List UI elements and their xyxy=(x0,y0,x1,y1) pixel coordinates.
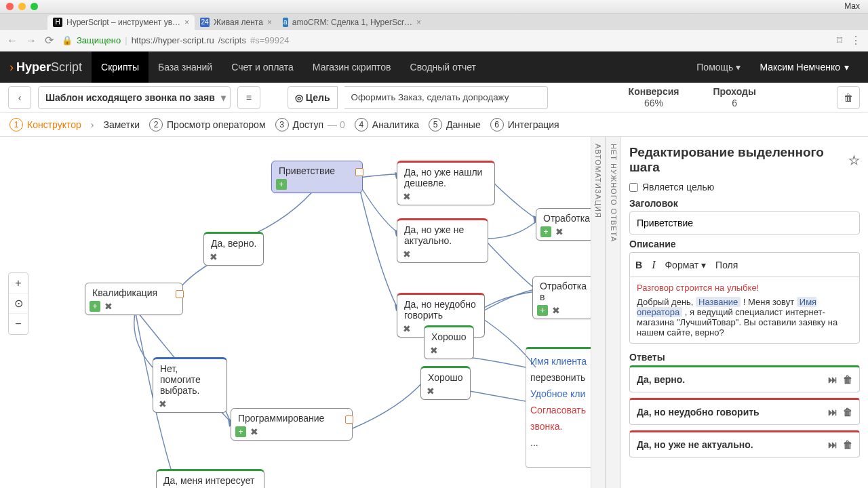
rte-toolbar: B I Формат ▾ Поля xyxy=(629,252,860,277)
step-integration[interactable]: 6Интеграция xyxy=(490,118,559,131)
flag-icon[interactable] xyxy=(345,415,353,424)
remove-icon[interactable]: ✖ xyxy=(208,251,219,262)
remove-icon[interactable]: ✖ xyxy=(429,345,439,356)
trash-icon[interactable]: 🗑 xyxy=(843,374,852,385)
node-qualification[interactable]: Квалификация + ✖ xyxy=(85,283,183,315)
favicon-icon: H xyxy=(53,18,62,27)
zoom-out-button[interactable]: − xyxy=(9,314,28,334)
sidebar-automation[interactable]: АВТОМАТИЗАЦИЯ xyxy=(591,137,606,488)
url-field[interactable]: 🔒 Защищено | https://hyper-script.ru/scr… xyxy=(62,35,829,45)
node-greeting[interactable]: Приветствие + xyxy=(271,161,363,193)
remove-icon[interactable]: ✖ xyxy=(249,426,260,437)
back-button[interactable]: ‹ xyxy=(8,86,31,109)
description-editor[interactable]: Разговор строится на улыбке! Добрый день… xyxy=(629,277,860,344)
remove-icon[interactable]: ✖ xyxy=(554,226,565,237)
node-not-actual[interactable]: Да, но уже не актуально. ✖ xyxy=(397,218,488,263)
window-zoom-icon[interactable] xyxy=(31,3,38,10)
browser-tab[interactable]: 24 Живая лента × xyxy=(195,15,277,30)
node-help-pick[interactable]: Нет, помогите выбрать. ✖ xyxy=(153,357,227,413)
flag-icon[interactable] xyxy=(355,168,363,176)
fields-select[interactable]: Поля xyxy=(715,260,738,270)
delete-button[interactable]: 🗑 xyxy=(837,86,860,109)
step-analytics[interactable]: 4Аналитика xyxy=(355,118,419,131)
flag-icon[interactable] xyxy=(176,290,184,298)
template-select[interactable]: Шаблон исходящего звонка по заяв xyxy=(38,86,231,109)
forward-button[interactable]: → xyxy=(26,35,37,47)
nav-help[interactable]: Помощь▾ xyxy=(687,52,750,83)
answer-item[interactable]: Да, но уже не актуально. ⏭🗑 xyxy=(629,430,860,458)
skip-end-icon[interactable]: ⏭ xyxy=(828,374,837,385)
add-icon[interactable]: + xyxy=(540,226,551,237)
workspace: Приветствие + Да, но уже нашли дешевле. … xyxy=(0,137,868,488)
goal-input[interactable] xyxy=(344,86,548,109)
key-icon[interactable]: ⌑ xyxy=(837,34,842,47)
panel-title: Редактирование выделенного шага ☆ xyxy=(629,145,860,175)
reload-button[interactable]: ⟳ xyxy=(45,34,54,47)
skip-end-icon[interactable]: ⏭ xyxy=(828,439,837,450)
remove-icon[interactable]: ✖ xyxy=(401,191,412,202)
remove-icon[interactable]: ✖ xyxy=(401,323,412,334)
node-peek[interactable]: Имя клиента перезвонить Удобное кли Согл… xyxy=(526,347,591,468)
window-close-icon[interactable] xyxy=(6,3,14,10)
italic-button[interactable]: I xyxy=(652,259,655,271)
window-minimize-icon[interactable] xyxy=(18,3,26,10)
node-otrabotka[interactable]: Отработка + ✖ xyxy=(536,208,591,241)
node-good-1[interactable]: Хорошо ✖ xyxy=(424,325,474,359)
bold-button[interactable]: B xyxy=(635,260,642,270)
trash-icon[interactable]: 🗑 xyxy=(843,407,852,418)
step-access[interactable]: 3Доступ— 0 xyxy=(275,118,345,131)
node-cheaper[interactable]: Да, но уже нашли дешевле. ✖ xyxy=(397,161,495,205)
goal-button[interactable]: ◎ Цель xyxy=(288,86,338,109)
flow-canvas[interactable]: Приветствие + Да, но уже нашли дешевле. … xyxy=(0,137,591,488)
browser-tab[interactable]: a amoCRM: Сделка 1, HyperScr… × xyxy=(277,15,427,30)
remove-icon[interactable]: ✖ xyxy=(157,399,168,409)
node-interested[interactable]: Да, меня интересует xyxy=(156,469,264,488)
add-icon[interactable]: + xyxy=(537,305,548,316)
step-data[interactable]: 5Данные xyxy=(429,118,481,131)
back-button[interactable]: ← xyxy=(7,35,18,47)
hamburger-button[interactable]: ≡ xyxy=(237,86,260,109)
answer-item[interactable]: Да, верно. ⏭🗑 xyxy=(629,365,860,392)
close-icon[interactable]: × xyxy=(184,18,189,27)
remove-icon[interactable]: ✖ xyxy=(551,305,561,316)
add-icon[interactable]: + xyxy=(276,179,287,190)
skip-end-icon[interactable]: ⏭ xyxy=(828,407,837,418)
nav-billing[interactable]: Счет и оплата xyxy=(222,52,303,83)
star-icon[interactable]: ☆ xyxy=(848,152,860,168)
remove-icon[interactable]: ✖ xyxy=(103,301,114,312)
node-otrabotka-2[interactable]: Отработка в + ✖ xyxy=(532,276,591,319)
answer-item[interactable]: Да, но неудобно говорить ⏭🗑 xyxy=(629,398,860,425)
close-icon[interactable]: × xyxy=(416,18,421,27)
browser-tab[interactable]: H HyperScript – инструмент ув… × xyxy=(47,15,195,30)
nav-store[interactable]: Магазин скриптов xyxy=(303,52,401,83)
nav-scripts[interactable]: Скрипты xyxy=(92,52,149,83)
node-programming[interactable]: Программирование + ✖ xyxy=(231,408,353,441)
zoom-reset-button[interactable]: ⊙ xyxy=(9,293,28,314)
step-preview[interactable]: 2Просмотр оператором xyxy=(149,118,265,131)
app-header: ›HyperScript Скрипты База знаний Счет и … xyxy=(0,52,868,83)
tab-title: amoCRM: Сделка 1, HyperScr… xyxy=(292,18,412,27)
add-icon[interactable]: + xyxy=(90,301,100,312)
step-constructor[interactable]: 1Конструктор xyxy=(9,118,81,131)
trash-icon[interactable]: 🗑 xyxy=(843,439,852,450)
menu-icon[interactable]: ⋮ xyxy=(850,34,861,47)
zoom-in-button[interactable]: + xyxy=(9,273,28,293)
app-logo[interactable]: ›HyperScript xyxy=(9,60,82,75)
remove-icon[interactable]: ✖ xyxy=(425,386,436,396)
is-goal-checkbox[interactable] xyxy=(629,183,638,192)
format-select[interactable]: Формат ▾ xyxy=(665,260,706,270)
step-notes[interactable]: Заметки xyxy=(104,119,140,130)
zoom-controls: + ⊙ − xyxy=(8,272,28,335)
nav-report[interactable]: Сводный отчет xyxy=(401,52,486,83)
answers-label: Ответы xyxy=(629,352,860,363)
sidebar-no-answer[interactable]: НЕТ НУЖНОГО ОТВЕТА xyxy=(606,137,620,488)
close-icon[interactable]: × xyxy=(267,18,272,27)
nav-kb[interactable]: База знаний xyxy=(149,52,222,83)
remove-icon[interactable]: ✖ xyxy=(401,249,412,260)
add-icon[interactable]: + xyxy=(235,426,246,437)
node-good-2[interactable]: Хорошо ✖ xyxy=(420,366,471,400)
node-yes[interactable]: Да, верно. ✖ xyxy=(203,232,264,266)
header-input[interactable] xyxy=(629,211,860,235)
nav-user-menu[interactable]: Максим Немченко▾ xyxy=(750,52,859,83)
merge-tag[interactable]: Название xyxy=(696,297,741,307)
